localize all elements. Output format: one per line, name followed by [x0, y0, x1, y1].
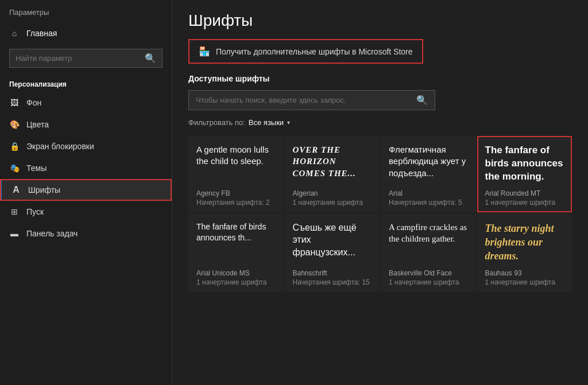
sidebar-section-label: Персонализация [0, 72, 172, 92]
sidebar-home[interactable]: ⌂ Главная [0, 22, 172, 44]
font-card-baskerville[interactable]: A campfire crackles as the children gath… [381, 213, 476, 292]
sidebar-item-background[interactable]: 🖼 Фон [0, 92, 172, 114]
font-preview-agency-fb: A gentle moon lulls the child to sleep. [196, 144, 276, 184]
font-name-arial-unicode: Arial Unicode MS [196, 269, 276, 277]
font-styles-baskerville: 1 начертание шрифта [389, 278, 468, 286]
ms-store-label: Получить дополнительные шрифты в Microso… [216, 47, 413, 56]
start-icon: ⊞ [9, 207, 20, 217]
font-card-bahnschrift[interactable]: Съешь же ещё этих французских... Bahnsch… [285, 213, 380, 292]
store-icon: 🏪 [199, 46, 210, 57]
fonts-search-input[interactable] [196, 96, 412, 104]
font-card-algerian[interactable]: OVER THE HORIZON COMES THE... Algerian 1… [285, 136, 380, 212]
sidebar-item-bg-label: Фон [26, 98, 41, 107]
sidebar-item-taskbar-label: Панель задач [26, 229, 78, 238]
font-preview-baskerville: A campfire crackles as the children gath… [389, 221, 468, 263]
font-preview-bauhaus: The starry night brightens our dreams. [485, 221, 564, 263]
themes-icon: 🎭 [9, 163, 20, 173]
sidebar-search-icon: 🔍 [145, 53, 156, 64]
font-name-agency-fb: Agency FB [196, 189, 276, 197]
font-styles-agency-fb: Начертания шрифта: 2 [196, 199, 276, 207]
font-preview-algerian: OVER THE HORIZON COMES THE... [293, 144, 372, 184]
filter-row: Фильтровать по: Все языки ▾ [188, 118, 572, 127]
main-content: Шрифты 🏪 Получить дополнительные шрифты … [172, 0, 588, 385]
sidebar-item-taskbar[interactable]: ▬ Панель задач [0, 223, 172, 244]
fonts-icon: A [11, 185, 21, 195]
chevron-down-icon: ▾ [287, 119, 290, 126]
filter-value[interactable]: Все языки [249, 118, 284, 127]
sidebar: Параметры ⌂ Главная 🔍 Персонализация 🖼 Ф… [0, 0, 172, 385]
background-icon: 🖼 [9, 98, 20, 108]
font-card-arial-rounded[interactable]: The fanfare of birds announces the morni… [477, 136, 572, 212]
fonts-search-bar: 🔍 [188, 90, 435, 110]
sidebar-search-container: 🔍 [9, 49, 163, 68]
font-name-baskerville: Baskerville Old Face [389, 269, 468, 277]
fonts-search-icon: 🔍 [416, 95, 428, 106]
filter-label: Фильтровать по: [188, 118, 245, 127]
font-card-agency-fb[interactable]: A gentle moon lulls the child to sleep. … [188, 136, 284, 212]
font-preview-arial-unicode: The fanfare of birds announces th... [196, 221, 276, 263]
colors-icon: 🎨 [9, 119, 20, 130]
sidebar-home-label: Главная [26, 29, 57, 38]
font-styles-arial-unicode: 1 начертание шрифта [196, 278, 276, 286]
sidebar-item-start[interactable]: ⊞ Пуск [0, 201, 172, 223]
app-title: Параметры [0, 0, 172, 22]
sidebar-item-themes-label: Темы [26, 164, 47, 173]
font-styles-algerian: 1 начертание шрифта [293, 199, 372, 207]
font-card-bauhaus[interactable]: The starry night brightens our dreams. B… [477, 213, 572, 292]
font-name-arial-rounded: Arial Rounded MT [485, 189, 564, 197]
sidebar-search-input[interactable] [16, 54, 140, 63]
font-preview-arial: Флегматичная верблюдица жует у подъезда.… [389, 144, 468, 184]
font-card-arial[interactable]: Флегматичная верблюдица жует у подъезда.… [381, 136, 476, 212]
sidebar-item-lockscreen[interactable]: 🔒 Экран блокировки [0, 135, 172, 157]
font-name-bahnschrift: Bahnschrift [293, 269, 372, 277]
available-fonts-label: Доступные шрифты [188, 74, 572, 83]
font-preview-bahnschrift: Съешь же ещё этих французских... [293, 221, 372, 263]
font-card-arial-unicode[interactable]: The fanfare of birds announces th... Ari… [188, 213, 284, 292]
font-name-arial: Arial [389, 189, 468, 197]
page-title: Шрифты [188, 11, 572, 30]
font-grid: A gentle moon lulls the child to sleep. … [188, 136, 572, 292]
font-name-bauhaus: Bauhaus 93 [485, 269, 564, 277]
sidebar-item-colors-label: Цвета [26, 120, 49, 129]
taskbar-icon: ▬ [9, 228, 20, 239]
sidebar-item-themes[interactable]: 🎭 Темы [0, 157, 172, 179]
font-styles-arial-rounded: 1 начертание шрифта [485, 199, 564, 207]
home-icon: ⌂ [9, 28, 20, 38]
sidebar-item-start-label: Пуск [26, 207, 44, 216]
ms-store-button[interactable]: 🏪 Получить дополнительные шрифты в Micro… [188, 39, 423, 64]
sidebar-item-lockscreen-label: Экран блокировки [26, 142, 94, 151]
sidebar-item-fonts-label: Шрифты [28, 185, 60, 195]
sidebar-item-fonts[interactable]: A Шрифты [0, 179, 172, 201]
lockscreen-icon: 🔒 [9, 141, 20, 151]
font-styles-arial: Начертания шрифта: 5 [389, 199, 468, 207]
sidebar-item-colors[interactable]: 🎨 Цвета [0, 114, 172, 135]
font-name-algerian: Algerian [293, 189, 372, 197]
font-preview-arial-rounded: The fanfare of birds announces the morni… [485, 144, 564, 184]
font-styles-bauhaus: 1 начертание шрифта [485, 278, 564, 286]
font-styles-bahnschrift: Начертания шрифта: 15 [293, 278, 372, 286]
